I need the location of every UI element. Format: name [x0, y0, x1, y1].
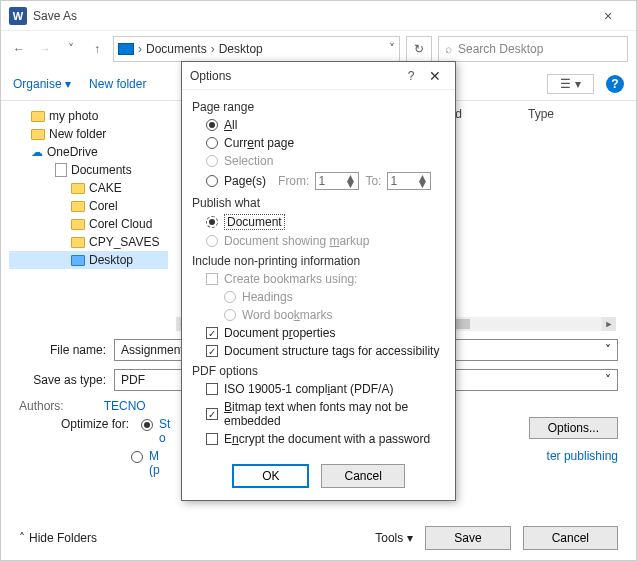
from-label: From:: [278, 174, 309, 188]
radio-current-label: Current page: [224, 136, 294, 150]
folder-icon: [31, 129, 45, 140]
from-spinner[interactable]: 1▲▼: [315, 172, 359, 190]
tree-item-my-photo[interactable]: my photo: [9, 107, 168, 125]
radio-current-page[interactable]: [206, 137, 218, 149]
options-cancel-button[interactable]: Cancel: [321, 464, 404, 488]
back-arrow-icon[interactable]: ←: [9, 39, 29, 59]
to-label: To:: [365, 174, 381, 188]
new-folder-button[interactable]: New folder: [89, 77, 146, 91]
help-icon[interactable]: ?: [399, 69, 423, 83]
close-icon[interactable]: ×: [588, 8, 628, 24]
folder-icon: [71, 255, 85, 266]
filename-label: File name:: [19, 343, 114, 357]
radio-headings-label: Headings: [242, 290, 293, 304]
breadcrumb[interactable]: › Documents › Desktop ˅: [113, 36, 400, 62]
tree-item-cake[interactable]: CAKE: [9, 179, 168, 197]
help-icon[interactable]: ?: [606, 75, 624, 93]
radio-minimum[interactable]: [131, 451, 143, 463]
group-include: Include non-printing information: [192, 254, 445, 268]
options-dialog: Options ? ✕ Page range All Current page …: [181, 61, 456, 501]
options-titlebar: Options ? ✕: [182, 62, 455, 90]
crumb-documents[interactable]: Documents: [142, 42, 211, 56]
check-structure-tags[interactable]: ✓: [206, 345, 218, 357]
check-bitmap[interactable]: ✓: [206, 408, 218, 420]
group-pdf-options: PDF options: [192, 364, 445, 378]
search-icon: ⌕: [445, 42, 452, 56]
check-encrypt-label: Encrypt the document with a password: [224, 432, 430, 446]
tree-item-onedrive[interactable]: ☁OneDrive: [9, 143, 168, 161]
close-icon[interactable]: ✕: [423, 68, 447, 84]
chevron-down-icon[interactable]: ˅: [605, 343, 611, 357]
hide-folders-toggle[interactable]: ˄Hide Folders: [19, 531, 97, 545]
cancel-button[interactable]: Cancel: [523, 526, 618, 550]
radio-headings: [224, 291, 236, 303]
list-icon: ☰: [560, 77, 571, 91]
options-title: Options: [190, 69, 399, 83]
radio-pages[interactable]: [206, 175, 218, 187]
scroll-right-icon[interactable]: ►: [602, 317, 616, 331]
check-iso-label: ISO 19005-1 compliant (PDF/A): [224, 382, 393, 396]
folder-icon: [71, 219, 85, 230]
radio-document-label: Document: [224, 214, 285, 230]
radio-document[interactable]: [206, 216, 218, 228]
check-docprops-label: Document properties: [224, 326, 335, 340]
tree-item-desktop[interactable]: Desktop: [9, 251, 168, 269]
tree-item-corel-cloud[interactable]: Corel Cloud: [9, 215, 168, 233]
chevron-down-icon[interactable]: ˅: [605, 373, 611, 387]
optimize-label: Optimize for:: [61, 417, 129, 431]
radio-word-bookmarks: [224, 309, 236, 321]
check-encrypt[interactable]: [206, 433, 218, 445]
saveastype-label: Save as type:: [19, 373, 114, 387]
tree-item-cpy-saves[interactable]: CPY_SAVES: [9, 233, 168, 251]
check-tags-label: Document structure tags for accessibilit…: [224, 344, 439, 358]
titlebar: W Save As ×: [1, 1, 636, 31]
folder-icon: [31, 111, 45, 122]
save-button[interactable]: Save: [425, 526, 510, 550]
ok-button[interactable]: OK: [232, 464, 309, 488]
search-placeholder: Search Desktop: [458, 42, 543, 56]
radio-markup-label: Document showing markup: [224, 234, 369, 248]
refresh-icon: ↻: [414, 42, 424, 56]
options-buttons: OK Cancel: [182, 454, 455, 500]
refresh-button[interactable]: ↻: [406, 36, 432, 62]
tree-item-new-folder[interactable]: New folder: [9, 125, 168, 143]
folder-icon: [71, 183, 85, 194]
group-page-range: Page range: [192, 100, 445, 114]
pc-icon: [118, 43, 134, 55]
to-spinner[interactable]: 1▲▼: [387, 172, 431, 190]
optimize-standard-label: Sto: [159, 417, 170, 445]
authors-label: Authors:: [19, 399, 64, 413]
options-button[interactable]: OptiOptions...ons...: [529, 417, 618, 439]
onedrive-icon: ☁: [31, 145, 43, 159]
open-after-link[interactable]: ter publishing: [547, 449, 618, 463]
word-app-icon: W: [9, 7, 27, 25]
tools-menu[interactable]: Tools ▾: [375, 531, 413, 545]
radio-standard[interactable]: [141, 419, 153, 431]
organise-menu[interactable]: Organise ▾: [13, 77, 71, 91]
recent-dropdown-icon[interactable]: ˅: [61, 39, 81, 59]
check-doc-properties[interactable]: ✓: [206, 327, 218, 339]
search-input[interactable]: ⌕ Search Desktop: [438, 36, 628, 62]
radio-wordbm-label: Word bookmarks: [242, 308, 332, 322]
radio-pages-label: Page(s): [224, 174, 266, 188]
optimize-min-label: M(p: [149, 449, 160, 477]
file-icon: [55, 163, 67, 177]
chevron-down-icon[interactable]: ˅: [389, 42, 395, 56]
window-title: Save As: [33, 9, 588, 23]
folder-icon: [71, 201, 85, 212]
check-bookmarks: [206, 273, 218, 285]
folder-icon: [71, 237, 85, 248]
authors-value[interactable]: TECNO: [104, 399, 146, 413]
radio-all-label: All: [224, 118, 237, 132]
group-publish-what: Publish what: [192, 196, 445, 210]
check-bitmap-label: Bitmap text when fonts may not be embedd…: [224, 400, 445, 428]
col-type[interactable]: Type: [528, 107, 588, 121]
up-arrow-icon[interactable]: ↑: [87, 39, 107, 59]
bottom-bar: ˄Hide Folders Tools ▾ Save Cancel: [1, 526, 636, 550]
view-mode-button[interactable]: ☰ ▾: [547, 74, 594, 94]
tree-item-documents[interactable]: Documents: [9, 161, 168, 179]
crumb-desktop[interactable]: Desktop: [215, 42, 267, 56]
radio-all[interactable]: [206, 119, 218, 131]
check-iso[interactable]: [206, 383, 218, 395]
tree-item-corel[interactable]: Corel: [9, 197, 168, 215]
